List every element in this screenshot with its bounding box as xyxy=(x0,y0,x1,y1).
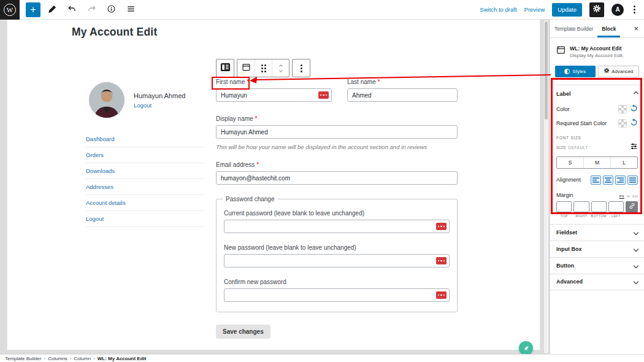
reset-icon xyxy=(630,104,638,114)
last-name-field: Last name * xyxy=(347,79,458,102)
move-arrows-icon xyxy=(280,65,282,72)
styles-tab-button[interactable]: Styles xyxy=(555,66,596,77)
nav-item-orders[interactable]: Orders xyxy=(86,147,205,163)
avatar-logout-link[interactable]: Logout xyxy=(134,102,151,109)
block-move-box xyxy=(237,59,289,77)
margin-top-input[interactable] xyxy=(556,201,572,212)
last-name-input[interactable] xyxy=(347,88,458,102)
switch-to-draft-link[interactable]: Switch to draft xyxy=(480,6,516,13)
margin-side-labels: TOP RIGHT BOTTOM LEFT xyxy=(556,214,638,218)
size-small-option[interactable]: S xyxy=(557,157,583,168)
nav-item-logout[interactable]: Logout xyxy=(86,211,205,227)
plugin-sidebar-button[interactable]: A xyxy=(611,4,624,16)
size-large-option[interactable]: L xyxy=(610,157,637,168)
align-justify-button[interactable] xyxy=(627,175,638,185)
breadcrumb-current-block[interactable]: WL: My Account Edit xyxy=(98,356,147,361)
canvas-scrollbar[interactable] xyxy=(544,20,548,353)
align-left-button[interactable] xyxy=(591,175,601,185)
breadcrumb-column[interactable]: Column xyxy=(74,356,91,361)
details-button[interactable] xyxy=(103,2,119,18)
first-name-label: First name * xyxy=(216,79,332,85)
display-name-field: Display name * xyxy=(216,115,458,139)
plus-icon: + xyxy=(30,5,36,15)
unit-em[interactable]: EM xyxy=(632,194,638,198)
account-user-name: Humayun Ahmed xyxy=(134,92,185,99)
required-color-label: Required Start Color xyxy=(556,120,607,126)
list-view-button[interactable] xyxy=(123,2,139,18)
current-password-input-wrap xyxy=(224,220,450,233)
options-menu-button[interactable] xyxy=(631,3,638,16)
wordpress-logo-button[interactable]: W xyxy=(0,0,20,20)
margin-right-input[interactable] xyxy=(573,201,589,212)
breadcrumb-template-builder[interactable]: Template Builder xyxy=(5,356,42,361)
undo-button[interactable] xyxy=(64,2,80,18)
nav-item-account-details[interactable]: Account details xyxy=(86,195,205,211)
plugin-a-icon: A xyxy=(615,6,619,13)
more-options-icon xyxy=(298,62,305,75)
reset-icon xyxy=(630,118,638,128)
confirm-password-input[interactable] xyxy=(224,288,450,302)
move-up-down-control[interactable] xyxy=(272,60,289,77)
scrollbar-thumb[interactable] xyxy=(545,21,548,120)
password-manager-icon[interactable] xyxy=(436,257,447,264)
tools-button[interactable] xyxy=(44,2,60,18)
first-name-input[interactable] xyxy=(216,88,332,102)
align-right-button[interactable] xyxy=(615,175,626,185)
account-nav: Dashboard Orders Downloads Addresses Acc… xyxy=(86,131,205,227)
block-inserter-button[interactable]: + xyxy=(26,2,40,17)
chat-widget-button[interactable] xyxy=(519,341,533,354)
password-manager-icon[interactable] xyxy=(436,291,447,299)
tab-template-builder[interactable]: Template Builder xyxy=(550,20,597,37)
password-change-legend: Password change xyxy=(223,196,278,202)
custom-size-button[interactable] xyxy=(630,142,638,152)
panel-button[interactable]: Button xyxy=(550,257,644,274)
update-button[interactable]: Update xyxy=(552,3,582,17)
block-options-button[interactable] xyxy=(293,60,310,77)
advanced-tab-button[interactable]: Advanced xyxy=(598,66,640,77)
close-sidebar-button[interactable]: × xyxy=(628,20,644,37)
current-password-input[interactable] xyxy=(224,220,450,233)
label-panel-title: Label xyxy=(556,91,571,97)
required-asterisk: * xyxy=(247,79,249,85)
password-manager-icon[interactable] xyxy=(318,91,329,99)
drag-handle[interactable] xyxy=(255,60,272,77)
preview-link[interactable]: Preview xyxy=(524,6,545,13)
nav-item-downloads[interactable]: Downloads xyxy=(86,163,205,179)
email-input[interactable] xyxy=(216,171,458,185)
new-password-label: New password (leave blank to leave uncha… xyxy=(224,244,450,251)
align-center-button[interactable] xyxy=(603,175,613,185)
margin-bottom-input[interactable] xyxy=(591,201,607,212)
breadcrumb-columns[interactable]: Columns xyxy=(48,356,67,361)
required-color-swatch[interactable] xyxy=(618,119,627,128)
template-part-button[interactable] xyxy=(237,60,255,77)
nav-item-dashboard[interactable]: Dashboard xyxy=(86,131,205,147)
nav-item-addresses[interactable]: Addresses xyxy=(86,179,205,195)
unit-percent[interactable]: % xyxy=(627,194,630,198)
color-reset-button[interactable] xyxy=(630,104,638,114)
label-panel-header[interactable]: Label xyxy=(556,91,638,97)
redo-button[interactable] xyxy=(83,2,99,18)
display-name-input[interactable] xyxy=(216,125,458,139)
align-left-icon xyxy=(592,175,599,185)
save-changes-button[interactable]: Save changes xyxy=(216,325,270,339)
alignment-control: Alignment xyxy=(556,175,638,185)
link-values-button[interactable] xyxy=(626,201,638,212)
new-password-input[interactable] xyxy=(224,254,450,268)
panel-fieldset[interactable]: Fieldset xyxy=(550,224,644,241)
panel-advanced[interactable]: Advanced xyxy=(550,274,644,290)
align-justify-icon xyxy=(629,175,636,185)
font-size-heading: FONT SIZE xyxy=(556,136,638,140)
block-type-button[interactable] xyxy=(217,60,234,77)
font-size-segmented-control: S M L xyxy=(556,156,638,169)
color-swatch[interactable] xyxy=(618,105,627,114)
alignment-label: Alignment xyxy=(556,177,581,183)
unit-px[interactable]: PX xyxy=(619,194,624,198)
settings-toggle-button[interactable] xyxy=(589,2,604,17)
panel-input-box[interactable]: Input Box xyxy=(550,241,644,257)
tab-block[interactable]: Block xyxy=(597,20,620,37)
email-input-wrap xyxy=(216,171,458,185)
password-manager-icon[interactable] xyxy=(436,223,447,230)
size-medium-option[interactable]: M xyxy=(583,157,610,168)
required-color-reset-button[interactable] xyxy=(630,118,638,128)
margin-left-input[interactable] xyxy=(608,201,624,212)
